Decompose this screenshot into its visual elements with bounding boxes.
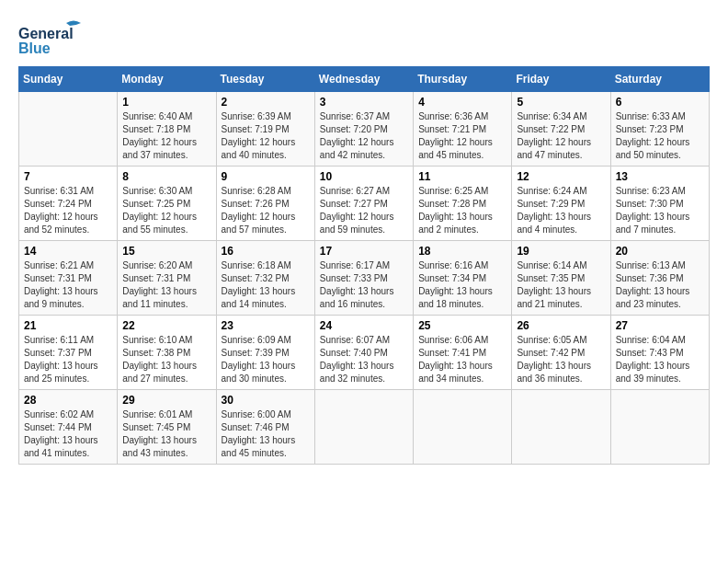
calendar-day-cell: 10Sunrise: 6:27 AM Sunset: 7:27 PM Dayli…	[314, 167, 413, 241]
day-info: Sunrise: 6:21 AM Sunset: 7:31 PM Dayligh…	[24, 259, 112, 311]
calendar-table: SundayMondayTuesdayWednesdayThursdayFrid…	[18, 66, 710, 465]
calendar-day-cell	[512, 390, 610, 465]
day-info: Sunrise: 6:33 AM Sunset: 7:23 PM Dayligh…	[616, 110, 704, 162]
calendar-day-cell: 6Sunrise: 6:33 AM Sunset: 7:23 PM Daylig…	[610, 92, 709, 167]
calendar-day-cell: 2Sunrise: 6:39 AM Sunset: 7:19 PM Daylig…	[216, 92, 314, 167]
calendar-header-cell: Saturday	[610, 67, 709, 92]
calendar-day-cell: 25Sunrise: 6:06 AM Sunset: 7:41 PM Dayli…	[414, 316, 512, 390]
day-number: 21	[24, 319, 112, 332]
day-number: 18	[418, 245, 506, 258]
calendar-day-cell: 5Sunrise: 6:34 AM Sunset: 7:22 PM Daylig…	[512, 92, 610, 167]
day-number: 23	[222, 319, 310, 332]
day-number: 8	[122, 170, 210, 183]
day-number: 14	[24, 245, 112, 258]
day-info: Sunrise: 6:28 AM Sunset: 7:26 PM Dayligh…	[222, 185, 310, 236]
day-info: Sunrise: 6:25 AM Sunset: 7:28 PM Dayligh…	[418, 185, 506, 236]
day-info: Sunrise: 6:06 AM Sunset: 7:41 PM Dayligh…	[418, 334, 506, 385]
calendar-header-row: SundayMondayTuesdayWednesdayThursdayFrid…	[19, 67, 710, 92]
calendar-day-cell: 27Sunrise: 6:04 AM Sunset: 7:43 PM Dayli…	[610, 316, 709, 390]
calendar-week-row: 14Sunrise: 6:21 AM Sunset: 7:31 PM Dayli…	[19, 241, 710, 316]
day-info: Sunrise: 6:04 AM Sunset: 7:43 PM Dayligh…	[616, 334, 704, 385]
day-number: 11	[418, 170, 506, 183]
calendar-day-cell	[19, 92, 118, 167]
day-info: Sunrise: 6:01 AM Sunset: 7:45 PM Dayligh…	[122, 408, 210, 460]
calendar-day-cell: 21Sunrise: 6:11 AM Sunset: 7:37 PM Dayli…	[19, 316, 118, 390]
day-number: 12	[517, 170, 605, 183]
calendar-week-row: 7Sunrise: 6:31 AM Sunset: 7:24 PM Daylig…	[19, 167, 710, 241]
day-number: 10	[320, 170, 408, 183]
calendar-day-cell	[314, 390, 413, 465]
day-number: 15	[122, 245, 210, 258]
day-number: 30	[222, 394, 310, 407]
day-info: Sunrise: 6:02 AM Sunset: 7:44 PM Dayligh…	[24, 408, 112, 460]
day-info: Sunrise: 6:30 AM Sunset: 7:25 PM Dayligh…	[122, 185, 210, 236]
calendar-header-cell: Monday	[118, 67, 216, 92]
day-info: Sunrise: 6:34 AM Sunset: 7:22 PM Dayligh…	[517, 110, 605, 162]
svg-text:General: General	[18, 26, 74, 41]
day-info: Sunrise: 6:17 AM Sunset: 7:33 PM Dayligh…	[320, 259, 408, 311]
calendar-day-cell: 24Sunrise: 6:07 AM Sunset: 7:40 PM Dayli…	[314, 316, 413, 390]
day-info: Sunrise: 6:09 AM Sunset: 7:39 PM Dayligh…	[222, 334, 310, 385]
day-number: 5	[517, 96, 605, 109]
calendar-day-cell: 30Sunrise: 6:00 AM Sunset: 7:46 PM Dayli…	[216, 390, 314, 465]
calendar-day-cell: 29Sunrise: 6:01 AM Sunset: 7:45 PM Dayli…	[118, 390, 216, 465]
day-info: Sunrise: 6:39 AM Sunset: 7:19 PM Dayligh…	[222, 110, 310, 162]
day-info: Sunrise: 6:20 AM Sunset: 7:31 PM Dayligh…	[122, 259, 210, 311]
calendar-day-cell: 14Sunrise: 6:21 AM Sunset: 7:31 PM Dayli…	[19, 241, 118, 316]
calendar-header-cell: Sunday	[19, 67, 118, 92]
calendar-day-cell: 15Sunrise: 6:20 AM Sunset: 7:31 PM Dayli…	[118, 241, 216, 316]
day-number: 1	[122, 96, 210, 109]
day-number: 22	[122, 319, 210, 332]
day-number: 16	[222, 245, 310, 258]
calendar-day-cell: 20Sunrise: 6:13 AM Sunset: 7:36 PM Dayli…	[610, 241, 709, 316]
calendar-day-cell: 12Sunrise: 6:24 AM Sunset: 7:29 PM Dayli…	[512, 167, 610, 241]
page-header: GeneralBlue	[18, 18, 710, 57]
calendar-day-cell: 22Sunrise: 6:10 AM Sunset: 7:38 PM Dayli…	[118, 316, 216, 390]
day-info: Sunrise: 6:40 AM Sunset: 7:18 PM Dayligh…	[122, 110, 210, 162]
logo: GeneralBlue	[18, 18, 92, 57]
calendar-body: 1Sunrise: 6:40 AM Sunset: 7:18 PM Daylig…	[19, 92, 710, 465]
calendar-day-cell: 26Sunrise: 6:05 AM Sunset: 7:42 PM Dayli…	[512, 316, 610, 390]
day-info: Sunrise: 6:13 AM Sunset: 7:36 PM Dayligh…	[616, 259, 704, 311]
day-info: Sunrise: 6:36 AM Sunset: 7:21 PM Dayligh…	[418, 110, 506, 162]
calendar-day-cell: 18Sunrise: 6:16 AM Sunset: 7:34 PM Dayli…	[414, 241, 512, 316]
calendar-header-cell: Tuesday	[216, 67, 314, 92]
calendar-day-cell: 19Sunrise: 6:14 AM Sunset: 7:35 PM Dayli…	[512, 241, 610, 316]
calendar-day-cell: 7Sunrise: 6:31 AM Sunset: 7:24 PM Daylig…	[19, 167, 118, 241]
day-number: 29	[122, 394, 210, 407]
calendar-header-cell: Friday	[512, 67, 610, 92]
day-number: 6	[616, 96, 704, 109]
calendar-week-row: 1Sunrise: 6:40 AM Sunset: 7:18 PM Daylig…	[19, 92, 710, 167]
calendar-day-cell: 9Sunrise: 6:28 AM Sunset: 7:26 PM Daylig…	[216, 167, 314, 241]
day-number: 27	[616, 319, 704, 332]
day-info: Sunrise: 6:00 AM Sunset: 7:46 PM Dayligh…	[222, 408, 310, 460]
day-info: Sunrise: 6:11 AM Sunset: 7:37 PM Dayligh…	[24, 334, 112, 385]
day-info: Sunrise: 6:24 AM Sunset: 7:29 PM Dayligh…	[517, 185, 605, 236]
calendar-day-cell: 23Sunrise: 6:09 AM Sunset: 7:39 PM Dayli…	[216, 316, 314, 390]
calendar-week-row: 28Sunrise: 6:02 AM Sunset: 7:44 PM Dayli…	[19, 390, 710, 465]
calendar-day-cell: 1Sunrise: 6:40 AM Sunset: 7:18 PM Daylig…	[118, 92, 216, 167]
day-number: 28	[24, 394, 112, 407]
day-info: Sunrise: 6:31 AM Sunset: 7:24 PM Dayligh…	[24, 185, 112, 236]
logo-svg: GeneralBlue	[18, 18, 92, 57]
svg-text:Blue: Blue	[18, 40, 51, 56]
calendar-day-cell: 11Sunrise: 6:25 AM Sunset: 7:28 PM Dayli…	[414, 167, 512, 241]
day-info: Sunrise: 6:16 AM Sunset: 7:34 PM Dayligh…	[418, 259, 506, 311]
calendar-day-cell: 4Sunrise: 6:36 AM Sunset: 7:21 PM Daylig…	[414, 92, 512, 167]
calendar-day-cell: 28Sunrise: 6:02 AM Sunset: 7:44 PM Dayli…	[19, 390, 118, 465]
calendar-day-cell: 16Sunrise: 6:18 AM Sunset: 7:32 PM Dayli…	[216, 241, 314, 316]
day-number: 20	[616, 245, 704, 258]
day-number: 7	[24, 170, 112, 183]
calendar-day-cell: 8Sunrise: 6:30 AM Sunset: 7:25 PM Daylig…	[118, 167, 216, 241]
calendar-day-cell: 17Sunrise: 6:17 AM Sunset: 7:33 PM Dayli…	[314, 241, 413, 316]
day-number: 19	[517, 245, 605, 258]
day-number: 25	[418, 319, 506, 332]
day-number: 26	[517, 319, 605, 332]
calendar-day-cell: 3Sunrise: 6:37 AM Sunset: 7:20 PM Daylig…	[314, 92, 413, 167]
day-number: 13	[616, 170, 704, 183]
day-number: 4	[418, 96, 506, 109]
calendar-day-cell	[610, 390, 709, 465]
day-info: Sunrise: 6:07 AM Sunset: 7:40 PM Dayligh…	[320, 334, 408, 385]
day-info: Sunrise: 6:05 AM Sunset: 7:42 PM Dayligh…	[517, 334, 605, 385]
day-info: Sunrise: 6:18 AM Sunset: 7:32 PM Dayligh…	[222, 259, 310, 311]
